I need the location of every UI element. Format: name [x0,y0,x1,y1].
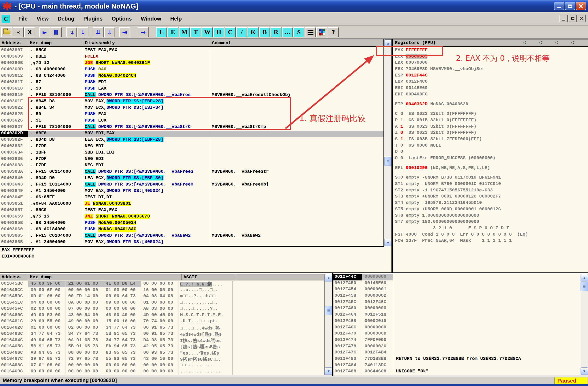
disasm-row[interactable]: 0040365B.68 24504000PUSH NoNAG.00405024 [0,220,383,227]
view-button-H[interactable]: H [213,27,224,37]
stack-row[interactable]: 0012F484740113DC [333,363,580,369]
menu-item-help[interactable]: Help [166,16,186,22]
pause-button[interactable]: ▌▌ [51,27,62,37]
view-button-…[interactable]: … [282,27,293,37]
register-line[interactable]: ST5 empty +UNORM 000D 00000001 0000012C [393,207,588,213]
scrollbar-thumb[interactable] [384,157,392,166]
dump-row[interactable]: 0016464C49 94 65 730A 91 65 7334 77 64 7… [0,337,324,344]
register-line[interactable]: A 1 SS 0023 32bit 0(FFFFFFFF) [393,124,588,130]
register-line[interactable]: C 0 ES 0023 32bit 0(FFFFFFFF) [393,111,588,118]
dump-row[interactable]: 001645EC04 00 00 000A 00 0D 0009 00 00 0… [0,300,324,306]
register-line[interactable]: EAX FFFFFFFF [393,47,588,54]
menu-item-plugins[interactable]: Plugins [79,16,107,22]
disasm-row[interactable]: 00403607.85C0TEST EAX,EAX [0,47,383,54]
dump-row[interactable]: 0016461C20 00 55 0049 00 00 0015 00 16 0… [0,319,324,325]
column-header-disassembly[interactable]: Disassembly [83,39,210,46]
register-line[interactable]: EBP 0012F4C0 [393,79,588,85]
scroll-up-icon[interactable] [581,274,588,282]
stack-row[interactable]: 0012F46800002015 [333,318,580,325]
disasm-row[interactable]: 00403638.F7DFNEG EDI [0,163,383,169]
disasm-row[interactable]: 00403651.∨0F84 AA010000JE NoNAG.00403801 [0,201,383,207]
view-button-S[interactable]: S [293,27,304,37]
disasm-row[interactable]: 00403612.68 C4244000PUSH NoNAG.004024C4 [0,73,383,79]
disasm-row[interactable]: 00403609.DBE2FCLEX [0,54,383,60]
help-button[interactable]: ? [328,27,339,37]
stack-row[interactable]: 0012F4747FFDF000 [333,337,580,344]
register-line[interactable]: EIP 0040362D NoNAG.0040362D [393,102,588,108]
disasm-row[interactable]: 0040364E.66:85FFTEST DI,DI [0,195,383,201]
register-line[interactable]: ST3 empty +UNORM 0001 0000012C 000002F7 [393,194,588,200]
dump-row[interactable]: 0016460C4D 00 53 0043 00 54 0046 00 49 0… [0,312,324,319]
column-header-hex-dump[interactable]: Hex dump [28,39,83,46]
stack-row[interactable]: 0012F48800644608UNICODE "Ok" [333,369,580,375]
disasm-row[interactable]: 00403626.51PUSH ECX [0,118,383,124]
disasm-row[interactable]: 00403627.FF15 78104000CALL DWORD PTR DS:… [0,124,383,131]
register-line[interactable]: S 1 FS 003B 32bit 7FFDF000(FFF) [393,136,588,143]
dump-row[interactable]: 001645DC6D 01 08 0000 FD 14 0000 00 64 7… [0,293,324,300]
disasm-row[interactable]: 0040360D.68 A0000000PUSH 0A0 [0,67,383,73]
disasm-row[interactable]: 00403660.68 AC184000PUSH NoNAG.004018AC [0,227,383,233]
windows-list-button[interactable] [305,27,316,37]
register-line[interactable]: ESI 0014BE60 [393,85,588,92]
disassembly-scrollbar[interactable] [383,39,391,247]
disasm-row[interactable]: 00403634.1BFFSBB EDI,EDI [0,150,383,156]
restart-button[interactable]: « [13,27,24,37]
dump-row[interactable]: 0016462C01 00 00 0002 00 00 0034 77 64 7… [0,325,324,331]
dump-row[interactable]: 001645CC00 00 6F 0000 00 00 0001 00 00 0… [0,287,324,294]
scrollbar-thumb[interactable] [581,282,588,291]
view-button-C[interactable]: C [225,27,236,37]
appearance-button[interactable] [316,27,327,37]
stack-row[interactable]: 0012F4500014BE60 [333,280,580,287]
column-header-address[interactable]: Address [0,39,28,46]
mdi-minimize-button[interactable] [560,15,568,22]
stack-row[interactable]: 0012F48077D2B8BBRETURN to USER32.77D2B8B… [333,356,580,363]
disasm-row[interactable]: 00403617.57PUSH EDI [0,79,383,86]
animate-into-button[interactable]: ⇊ [93,27,104,37]
stack-row[interactable]: 0012F46000000000 [333,305,580,312]
register-line[interactable]: ST2 empty -1.196747150567551210e-633 [393,188,588,194]
stack-row[interactable]: 0012F45800000002 [333,293,580,299]
view-button-/[interactable]: / [236,27,247,37]
dump-row[interactable]: 0016465C5B 91 65 735B 91 65 73EA 94 65 7… [0,344,324,350]
dump-row[interactable]: 0016469C00 00 00 0000 00 00 0000 00 00 0… [0,369,324,375]
register-line[interactable]: EBX 73469E3D MSVBVM60.__vbaObjSet [393,66,588,73]
scroll-up-icon[interactable] [325,274,332,282]
disasm-row[interactable]: 0040360B.∨7D 12JGE SHORT NoNAG.0040361F [0,60,383,67]
disasm-row[interactable]: 0040361F>8B45 D8MOV EAX,DWORD PTR SS:[EB… [0,99,383,105]
menu-item-options[interactable]: Options [107,16,136,22]
restore-button[interactable] [565,2,575,10]
stack-row[interactable]: 0012F44C00000000 [333,274,580,280]
disasm-row[interactable]: 00403657.85C0TEST EAX,EAX [0,207,383,214]
stack-row[interactable]: 0012F4640012F518 [333,312,580,318]
execute-till-return-button[interactable]: ⇥ [119,27,130,37]
disasm-row[interactable]: 00403618.50PUSH EAX [0,86,383,92]
close-program-button[interactable]: X [24,27,35,37]
stack-row[interactable]: 0012F47C0012F4B4 [333,350,580,356]
stack-row[interactable]: 0012F45C0012F46C [333,299,580,306]
animate-over-button[interactable]: ⇓ [104,27,115,37]
dump-scrollbar[interactable] [324,274,332,375]
menu-item-debug[interactable]: Debug [53,16,79,22]
dump-row[interactable]: 001645BC45 00 3F 0021 00 61 004E 00 D8 E… [0,281,324,287]
dump-row[interactable]: 001645FC02 00 00 0007 00 00 0000 00 00 0… [0,306,324,312]
view-button-M[interactable]: M [179,27,190,37]
scroll-up-icon[interactable] [384,39,392,47]
run-button[interactable]: ► [39,27,50,37]
disasm-row[interactable]: 0040362D.8BF8MOV EDI,EAX [0,131,383,137]
register-line[interactable]: T 0 GS 0000 NULL [393,143,588,149]
menu-item-file[interactable]: File [14,16,32,22]
mdi-restore-button[interactable] [569,15,577,22]
stack-row[interactable]: 0012F46C00000000 [333,325,580,331]
register-line[interactable]: FCW 137F Prec NEAR,64 Mask 1 1 1 1 1 1 [393,238,588,244]
register-line[interactable]: ECX 00000005 [393,54,588,60]
disasm-row[interactable]: 0040366B.A1 24504000MOV EAX,DWORD PTR DS… [0,239,383,246]
disasm-row[interactable]: 00403622.8B4E 34MOV ECX,DWORD PTR DS:[ES… [0,105,383,111]
stack-row[interactable]: 0012F45400000001 [333,287,580,293]
disasm-row[interactable]: 00403649.A1 24504000MOV EAX,DWORD PTR DS… [0,188,383,195]
view-button-T[interactable]: T [190,27,201,37]
view-button-E[interactable]: E [168,27,178,37]
menu-item-view[interactable]: View [32,16,53,22]
view-button-K[interactable]: K [248,27,259,37]
minimize-button[interactable] [554,2,564,10]
scroll-down-icon[interactable] [325,367,332,375]
